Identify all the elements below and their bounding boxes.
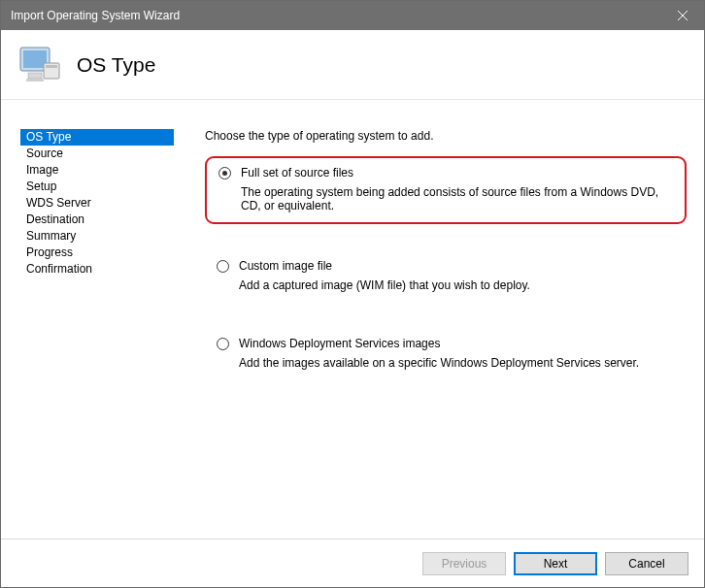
computer-icon xyxy=(17,42,63,88)
previous-button[interactable]: Previous xyxy=(422,552,506,575)
svg-rect-7 xyxy=(26,79,44,82)
sidebar-step-summary[interactable]: Summary xyxy=(20,228,174,245)
content-prompt: Choose the type of operating system to a… xyxy=(205,129,687,143)
next-button[interactable]: Next xyxy=(514,552,597,575)
sidebar-step-wds-server[interactable]: WDS Server xyxy=(20,195,174,212)
option-description: Add a captured image (WIM file) that you… xyxy=(239,278,677,292)
sidebar-step-destination[interactable]: Destination xyxy=(20,212,174,228)
sidebar-step-label: Destination xyxy=(26,212,84,226)
option-full-source[interactable]: Full set of source files The operating s… xyxy=(205,156,687,224)
svg-rect-6 xyxy=(28,73,42,79)
radio-wds-images[interactable] xyxy=(217,338,229,350)
sidebar-steps: OS Type Source Image Setup WDS Server De… xyxy=(1,100,187,539)
cancel-button[interactable]: Cancel xyxy=(605,552,688,575)
sidebar-step-label: Source xyxy=(26,147,63,160)
wizard-body: OS Type Source Image Setup WDS Server De… xyxy=(1,100,704,539)
close-button[interactable] xyxy=(660,1,704,30)
close-icon xyxy=(678,11,688,20)
option-label: Custom image file xyxy=(239,259,332,273)
sidebar-step-label: WDS Server xyxy=(26,196,91,210)
wizard-header: OS Type xyxy=(1,30,704,100)
option-description: The operating system being added consist… xyxy=(241,185,675,212)
radio-full-source[interactable] xyxy=(218,167,231,180)
radio-custom-image[interactable] xyxy=(217,260,229,273)
sidebar-step-source[interactable]: Source xyxy=(20,146,174,162)
svg-rect-5 xyxy=(46,65,57,68)
option-description: Add the images available on a specific W… xyxy=(239,356,677,370)
option-wds-images[interactable]: Windows Deployment Services images Add t… xyxy=(205,329,687,379)
wizard-window: Import Operating System Wizard OS Type O… xyxy=(0,0,705,588)
sidebar-step-os-type[interactable]: OS Type xyxy=(20,129,174,146)
sidebar-step-confirmation[interactable]: Confirmation xyxy=(20,261,174,278)
titlebar: Import Operating System Wizard xyxy=(1,1,704,30)
sidebar-step-label: Image xyxy=(26,163,58,177)
sidebar-step-label: Setup xyxy=(26,180,56,193)
wizard-footer: Previous Next Cancel xyxy=(1,539,704,587)
svg-rect-3 xyxy=(23,50,47,68)
sidebar-step-label: Summary xyxy=(26,229,76,243)
option-custom-image[interactable]: Custom image file Add a captured image (… xyxy=(205,251,687,302)
sidebar-step-setup[interactable]: Setup xyxy=(20,179,174,195)
sidebar-step-image[interactable]: Image xyxy=(20,162,174,179)
sidebar-step-label: Progress xyxy=(26,245,73,259)
sidebar-step-progress[interactable]: Progress xyxy=(20,245,174,261)
page-title: OS Type xyxy=(77,53,155,77)
window-title: Import Operating System Wizard xyxy=(11,9,180,22)
sidebar-step-label: Confirmation xyxy=(26,262,92,276)
option-label: Windows Deployment Services images xyxy=(239,337,440,350)
content-pane: Choose the type of operating system to a… xyxy=(187,100,704,539)
sidebar-step-label: OS Type xyxy=(26,130,71,144)
option-label: Full set of source files xyxy=(241,166,353,180)
